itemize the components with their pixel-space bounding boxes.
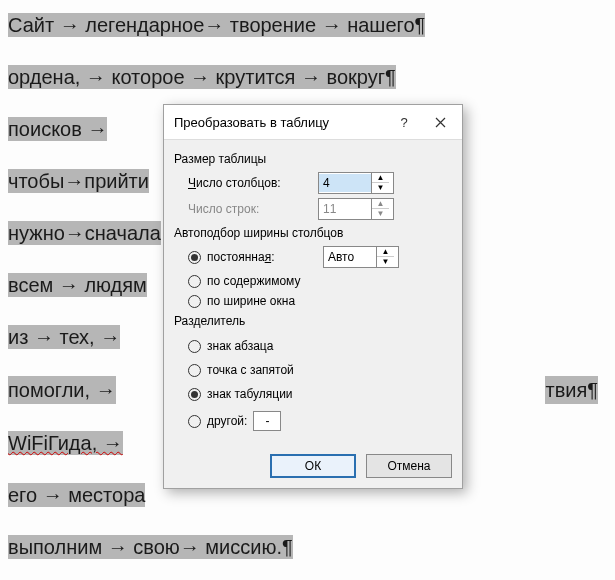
spinner-arrows[interactable]: ▲▼ bbox=[371, 173, 389, 193]
sep-tab-label: знак табуляции bbox=[207, 387, 293, 401]
spinner-arrows[interactable]: ▲▼ bbox=[376, 247, 394, 267]
ok-button[interactable]: ОК bbox=[270, 454, 356, 478]
columns-label: Число столбцов: bbox=[188, 176, 318, 190]
doc-line: помогли, → bbox=[8, 376, 116, 404]
spinner-arrows: ▲▼ bbox=[371, 199, 389, 219]
doc-line: поисков → bbox=[8, 117, 107, 141]
doc-line: всем → людям bbox=[8, 273, 147, 297]
doc-line: выполним → свою→ миссию.¶ bbox=[8, 535, 293, 559]
fixed-width-label: постоянная: bbox=[207, 250, 323, 264]
sep-other-label: другой: bbox=[207, 414, 247, 428]
radio-fit-window[interactable] bbox=[188, 295, 201, 308]
sep-other-input[interactable] bbox=[253, 411, 281, 431]
fixed-width-spinner[interactable]: ▲▼ bbox=[323, 246, 399, 268]
radio-fixed-width[interactable] bbox=[188, 251, 201, 264]
section-separator-label: Разделитель bbox=[174, 314, 452, 328]
dialog-title: Преобразовать в таблицу bbox=[174, 115, 386, 130]
doc-line: Сайт → легендарное→ творение → нашего¶ bbox=[8, 13, 425, 37]
radio-sep-paragraph[interactable] bbox=[188, 340, 201, 353]
cancel-button[interactable]: Отмена bbox=[366, 454, 452, 478]
up-arrow-icon[interactable]: ▲ bbox=[372, 173, 389, 183]
doc-line: нужно→сначала bbox=[8, 221, 161, 245]
doc-line: его → местора bbox=[8, 483, 145, 507]
up-arrow-icon: ▲ bbox=[372, 199, 389, 209]
radio-sep-other[interactable] bbox=[188, 415, 201, 428]
radio-sep-semicolon[interactable] bbox=[188, 364, 201, 377]
up-arrow-icon[interactable]: ▲ bbox=[377, 247, 394, 257]
section-autofit-label: Автоподбор ширины столбцов bbox=[174, 226, 452, 240]
rows-label: Число строк: bbox=[188, 202, 318, 216]
convert-to-table-dialog: Преобразовать в таблицу ? Размер таблицы… bbox=[163, 104, 463, 489]
sep-semicolon-label: точка с запятой bbox=[207, 363, 294, 377]
doc-line: ордена, → которое → крутится → вокруг¶ bbox=[8, 65, 396, 89]
close-button[interactable] bbox=[422, 111, 458, 133]
doc-line: из → тех, → bbox=[8, 325, 120, 349]
radio-sep-tab[interactable] bbox=[188, 388, 201, 401]
columns-input[interactable] bbox=[319, 174, 371, 192]
close-icon bbox=[435, 117, 446, 128]
rows-input bbox=[319, 200, 371, 218]
fixed-width-input[interactable] bbox=[324, 248, 376, 266]
section-size-label: Размер таблицы bbox=[174, 152, 452, 166]
help-button[interactable]: ? bbox=[386, 111, 422, 133]
columns-spinner[interactable]: ▲▼ bbox=[318, 172, 394, 194]
radio-fit-content[interactable] bbox=[188, 275, 201, 288]
down-arrow-icon[interactable]: ▼ bbox=[377, 257, 394, 267]
sep-paragraph-label: знак абзаца bbox=[207, 339, 273, 353]
fit-window-label: по ширине окна bbox=[207, 294, 295, 308]
doc-line: чтобы→прийти bbox=[8, 169, 149, 193]
doc-line: WiFiГида, → bbox=[8, 431, 123, 455]
fit-content-label: по содержимому bbox=[207, 274, 300, 288]
doc-line-right: твия¶ bbox=[545, 376, 598, 404]
down-arrow-icon[interactable]: ▼ bbox=[372, 183, 389, 193]
dialog-titlebar[interactable]: Преобразовать в таблицу ? bbox=[164, 105, 462, 140]
down-arrow-icon: ▼ bbox=[372, 209, 389, 219]
rows-spinner: ▲▼ bbox=[318, 198, 394, 220]
